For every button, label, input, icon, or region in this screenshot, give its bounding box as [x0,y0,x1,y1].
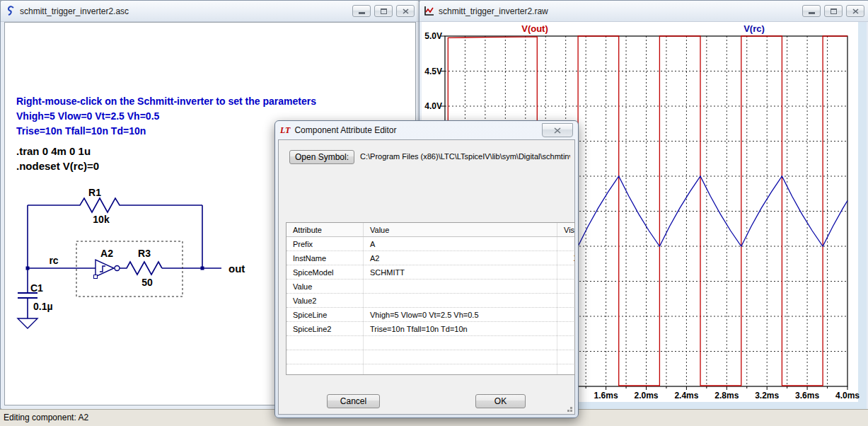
trace-label-Vout[interactable]: V(out) [521,23,548,34]
waveform-app-icon [424,6,434,16]
net-label-rc[interactable]: rc [49,255,58,266]
attr-cell-name[interactable]: SpiceLine [287,308,364,322]
attr-cell-name[interactable]: SpiceModel [287,265,364,280]
ok-button[interactable]: OK [475,394,526,408]
y-tick-label: 4.0V [424,101,442,111]
y-tick-label: 4.5V [424,67,442,76]
attr-cell-vis[interactable] [557,350,576,364]
close-button[interactable] [396,5,415,17]
schematic-comment-line1[interactable]: Right-mouse-click on the Schmitt-inverte… [16,96,316,107]
restore-icon [381,8,387,14]
schematic-comment-line3[interactable]: Trise=10n Tfall=10n Td=10n [16,125,146,137]
symbol-path-text: C:\Program Files (x86)\LTC\LTspiceIV\lib… [360,152,570,163]
attr-row-value2[interactable]: Value2 [287,294,575,308]
r3-value-label[interactable]: 50 [141,277,153,288]
desktop: { "app": { "status_bar": "Editing compon… [0,0,868,426]
attr-cell-name[interactable] [287,336,364,350]
attr-cell-name[interactable] [287,350,364,364]
restore-button[interactable] [374,5,393,17]
x-tick-label: 2.0ms [634,391,658,401]
resistor-r1[interactable]: R1 10k [88,187,110,225]
header-attribute[interactable]: Attribute [287,223,364,237]
trace-label-Vrc[interactable]: V(rc) [743,23,765,34]
attr-cell-value[interactable] [364,336,557,350]
attr-row-empty[interactable] [287,364,575,376]
cancel-button[interactable]: Cancel [327,394,380,408]
header-vis[interactable]: Vis. [557,223,576,237]
attr-row-spicemodel[interactable]: SpiceModelSCHMITT [287,265,575,280]
dialog-titlebar[interactable]: LT Component Attribute Editor [275,121,578,139]
spice-directive-tran[interactable]: .tran 0 4m 0 1u [16,145,91,157]
attr-row-empty[interactable] [287,350,575,364]
r3-name-label[interactable]: R3 [138,248,151,259]
minimize-button[interactable] [802,5,821,17]
attr-cell-value[interactable] [364,294,557,308]
attr-cell-value[interactable] [364,280,557,294]
schmitt-inverter-a2[interactable]: A2 [94,248,120,279]
x-tick-label: 2.4ms [674,391,698,401]
attr-cell-vis[interactable] [557,237,576,251]
dialog-close-button[interactable] [542,123,573,137]
attr-cell-value[interactable]: A [364,237,557,251]
attr-cell-value[interactable]: Trise=10n Tfall=10n Td=10n [364,322,557,336]
minimize-icon [359,12,365,14]
attribute-table: Attribute Value Vis. PrefixAInstNameA2XS… [286,222,575,375]
attr-cell-name[interactable] [287,364,364,376]
restore-button[interactable] [824,5,843,17]
attr-cell-vis[interactable] [557,280,576,294]
attr-cell-name[interactable]: InstName [287,251,364,265]
attr-cell-vis[interactable] [557,322,576,336]
c1-value-label[interactable]: 0.1µ [33,301,53,312]
attr-cell-name[interactable]: Prefix [287,237,364,251]
attr-cell-value[interactable]: Vhigh=5 Vlow=0 Vt=2.5 Vh=0.5 [364,308,557,322]
restore-icon [831,8,837,14]
close-icon [403,8,409,14]
spice-directive-nodeset[interactable]: .nodeset V(rc)=0 [16,160,99,172]
header-value[interactable]: Value [364,223,557,237]
attr-row-empty[interactable] [287,336,575,350]
r1-value-label[interactable]: 10k [93,214,110,225]
attr-cell-name[interactable]: Value2 [287,294,364,308]
ground-symbol[interactable] [18,318,37,328]
node-dot-out [201,267,204,270]
pin-marker [94,275,98,279]
a2-name-label[interactable]: A2 [100,248,113,259]
attr-cell-vis[interactable]: X [557,251,576,265]
ltspice-logo-icon: LT [280,125,290,136]
hysteresis-icon [100,266,105,272]
x-tick-label: 4.0ms [835,391,860,401]
feedback-wire-top[interactable] [28,198,202,212]
capacitor-c1[interactable]: C1 0.1µ [18,282,53,318]
resize-grip-icon[interactable] [570,410,572,412]
r1-name-label[interactable]: R1 [88,187,101,198]
y-tick-label: 5.0V [424,31,442,41]
attr-cell-vis[interactable] [557,294,576,308]
attr-row-instname[interactable]: InstNameA2X [287,251,575,265]
attr-row-value[interactable]: Value [287,280,575,294]
close-button[interactable] [846,5,864,17]
attr-cell-value[interactable] [364,350,557,364]
attr-row-spiceline2[interactable]: SpiceLine2Trise=10n Tfall=10n Td=10n [287,322,575,336]
schematic-titlebar[interactable]: schmitt_trigger_inverter2.asc [1,1,419,22]
attr-cell-value[interactable]: SCHMITT [364,265,557,280]
attr-row-prefix[interactable]: PrefixA [287,237,575,251]
resistor-r3[interactable]: R3 50 [120,248,162,288]
schematic-comment-line2[interactable]: Vhigh=5 Vlow=0 Vt=2.5 Vh=0.5 [16,110,160,122]
open-symbol-button[interactable]: Open Symbol: [289,150,354,164]
minimize-button[interactable] [352,5,371,17]
attr-cell-name[interactable]: Value [287,280,364,294]
attr-cell-vis[interactable] [557,336,576,350]
attr-cell-vis[interactable] [557,265,576,280]
attr-cell-vis[interactable] [557,308,576,322]
attr-cell-name[interactable]: SpiceLine2 [287,322,364,336]
attr-row-spiceline[interactable]: SpiceLineVhigh=5 Vlow=0 Vt=2.5 Vh=0.5 [287,308,575,322]
waveform-titlebar[interactable]: schmitt_trigger_inverter2.raw [419,1,868,22]
attr-cell-value[interactable] [364,364,557,376]
c1-name-label[interactable]: C1 [30,282,43,294]
attr-cell-vis[interactable] [557,364,576,376]
net-label-out[interactable]: out [228,263,245,275]
attr-cell-value[interactable]: A2 [364,251,557,265]
x-tick-label: 2.8ms [714,391,739,401]
inverter-bubble [115,266,120,271]
minimize-icon [809,12,815,14]
